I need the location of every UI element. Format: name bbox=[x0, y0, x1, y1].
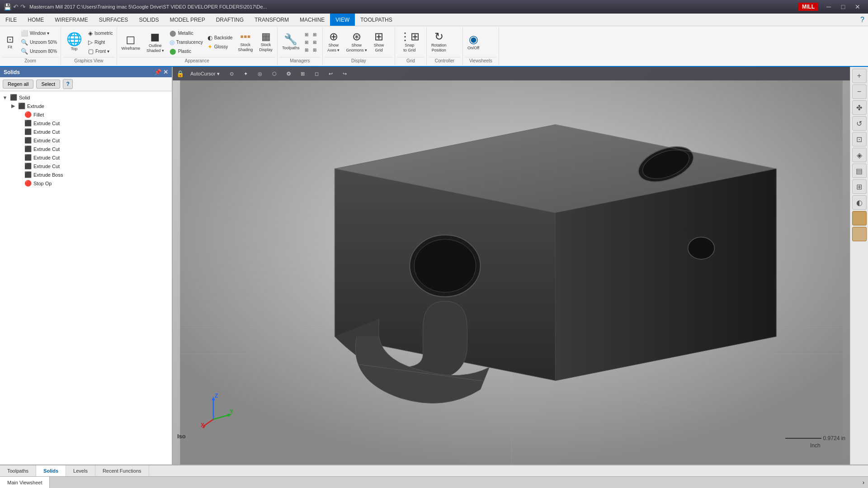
mgr-btn4[interactable]: ⊞ bbox=[311, 39, 318, 46]
tree-item-extrude-cut-2[interactable]: ⬛ Extrude Cut bbox=[0, 127, 172, 136]
unzoom80-button[interactable]: 🔍 Unzoom 80% bbox=[19, 47, 59, 56]
snap-to-grid-button[interactable]: ⋮⊞ Snapto Grid bbox=[397, 30, 422, 54]
unzoom50-button[interactable]: 🔍 Unzoom 50% bbox=[19, 38, 59, 47]
close-button[interactable]: ✕ bbox=[851, 2, 864, 11]
tree-item-extrude-boss[interactable]: ⬛ Extrude Boss bbox=[0, 170, 172, 179]
tree-item-extrude-cut-5[interactable]: ⬛ Extrude Cut bbox=[0, 153, 172, 162]
select-button[interactable]: Select bbox=[36, 80, 60, 89]
top-view-button[interactable]: 🌐 Top bbox=[63, 32, 85, 53]
tab-recent-functions[interactable]: Recent Functions bbox=[95, 465, 149, 476]
color-button[interactable] bbox=[852, 211, 867, 225]
right-view-button[interactable]: ▷ Right bbox=[86, 38, 115, 47]
panel-pin-button[interactable]: 📌 bbox=[154, 69, 161, 75]
tree-item-extrude-cut-4[interactable]: ⬛ Extrude Cut bbox=[0, 145, 172, 153]
tree-item-stop-op[interactable]: 🔴 Stop Op bbox=[0, 179, 172, 188]
stock-shading-button[interactable]: ▪▪▪ StockShading bbox=[235, 30, 255, 54]
isometric-button[interactable]: ◈ Isometric bbox=[86, 29, 115, 38]
tree-item-extrude-cut-1[interactable]: ⬛ Extrude Cut bbox=[0, 119, 172, 127]
viewport[interactable]: 🔒 AutoCursor ▾ ⊙ ✦ ◎ ⬡ ❂ ⊞ ◻ ↩ ↪ bbox=[173, 67, 850, 465]
vp-tool-1[interactable]: ⊙ bbox=[226, 70, 237, 78]
tree-item-extrude[interactable]: ▶ ⬛ Extrude bbox=[0, 102, 172, 110]
save-icon[interactable]: 💾 bbox=[4, 3, 11, 10]
toolpaths-manager-button[interactable]: 🔧 Toolpaths bbox=[279, 33, 302, 52]
wireframe-button[interactable]: ◻ Wireframe bbox=[119, 32, 143, 52]
solids-tree[interactable]: ▼ ⬛ Solid ▶ ⬛ Extrude 🔴 Fillet bbox=[0, 91, 172, 465]
autocursor-dropdown[interactable]: AutoCursor ▾ bbox=[187, 70, 223, 78]
tree-item-extrude-cut-3[interactable]: ⬛ Extrude Cut bbox=[0, 136, 172, 145]
glossy-button[interactable]: ✦ Glossy bbox=[206, 42, 235, 51]
material-button[interactable] bbox=[852, 227, 867, 241]
fit-all-button[interactable]: ⊡ bbox=[852, 132, 867, 146]
menu-surfaces[interactable]: SURFACES bbox=[94, 14, 134, 26]
vp-tool-6[interactable]: ⊞ bbox=[297, 70, 308, 78]
plastic-button[interactable]: ⬤ Plastic bbox=[168, 47, 205, 56]
tab-levels[interactable]: Levels bbox=[66, 465, 95, 476]
mgr-btn5[interactable]: ⊞ bbox=[303, 47, 310, 53]
mgr-btn1[interactable]: ⊞ bbox=[303, 31, 310, 38]
vp-tool-4[interactable]: ⬡ bbox=[269, 70, 280, 78]
vp-tool-2[interactable]: ✦ bbox=[240, 70, 251, 78]
menu-model-prep[interactable]: MODEL PREP bbox=[164, 14, 210, 26]
tree-item-solid[interactable]: ▼ ⬛ Solid bbox=[0, 93, 172, 102]
front-view-button[interactable]: ▢ Front ▾ bbox=[86, 47, 115, 56]
onoff-button[interactable]: ◉ On/Off bbox=[465, 33, 482, 52]
ribbon-group-grid: ⋮⊞ Snapto Grid Grid bbox=[395, 27, 427, 65]
vp-tool-7[interactable]: ◻ bbox=[311, 70, 322, 78]
measure-button[interactable]: ⊞ bbox=[852, 179, 867, 194]
menu-transform[interactable]: TRANSFORM bbox=[249, 14, 294, 26]
window-button[interactable]: ⬜ Window ▾ bbox=[19, 29, 59, 38]
rotate-button[interactable]: ↺ bbox=[852, 116, 867, 131]
tab-solids[interactable]: Solids bbox=[36, 465, 66, 476]
outline-shaded-button[interactable]: ◼ OutlineShaded ▾ bbox=[144, 29, 167, 55]
zoom-in-button[interactable]: + bbox=[852, 69, 867, 83]
menu-solids[interactable]: SOLIDS bbox=[133, 14, 164, 26]
menu-drafting[interactable]: DRAFTING bbox=[211, 14, 249, 26]
vp-tool-3[interactable]: ◎ bbox=[254, 70, 266, 78]
tree-item-fillet[interactable]: 🔴 Fillet bbox=[0, 110, 172, 119]
help-icon[interactable]: ? bbox=[860, 16, 864, 24]
mgr-btn3[interactable]: ⊞ bbox=[303, 39, 310, 46]
zoom-out-button[interactable]: − bbox=[852, 84, 867, 99]
hide-button[interactable]: ◐ bbox=[852, 195, 867, 210]
menu-file[interactable]: FILE bbox=[0, 14, 22, 26]
backside-button[interactable]: ◐ Backside bbox=[206, 33, 235, 42]
vp-tool-5[interactable]: ❂ bbox=[283, 70, 294, 78]
tree-expand-solid[interactable]: ▼ bbox=[2, 95, 8, 100]
lock-icon[interactable]: 🔒 bbox=[176, 70, 184, 77]
translucency-button[interactable]: ◎ Translucency bbox=[168, 38, 205, 47]
pan-button[interactable]: ✤ bbox=[852, 100, 867, 115]
tree-expand-extrude[interactable]: ▶ bbox=[10, 103, 16, 109]
menu-toolpaths[interactable]: TOOLPATHS bbox=[355, 14, 398, 26]
mgr-btn6[interactable]: ⊞ bbox=[311, 47, 318, 53]
fit-button[interactable]: ⊡ Fit bbox=[2, 33, 18, 51]
vp-tool-8[interactable]: ↩ bbox=[325, 70, 336, 78]
redo-icon[interactable]: ↷ bbox=[20, 3, 26, 10]
tree-item-extrude-cut-6[interactable]: ⬛ Extrude Cut bbox=[0, 162, 172, 170]
viewsheet-main[interactable]: Main Viewsheet bbox=[0, 477, 50, 488]
menu-view[interactable]: VIEW bbox=[330, 14, 355, 26]
undo-icon[interactable]: ↶ bbox=[13, 3, 19, 10]
menu-home[interactable]: HOME bbox=[22, 14, 49, 26]
view-cube-button[interactable]: ◈ bbox=[852, 148, 867, 162]
3d-model-area[interactable]: Z Y X Iso 0.9724 in In bbox=[173, 80, 850, 465]
stock-display-button[interactable]: ▦ StockDisplay bbox=[256, 30, 275, 54]
menubar: FILE HOME WIREFRAME SURFACES SOLIDS MODE… bbox=[0, 14, 868, 26]
minimize-button[interactable]: ─ bbox=[822, 2, 835, 11]
svg-line-23 bbox=[203, 419, 213, 426]
menu-machine[interactable]: MACHINE bbox=[294, 14, 330, 26]
panel-close-button[interactable]: ✕ bbox=[163, 69, 168, 75]
viewsheet-expand-button[interactable]: › bbox=[859, 477, 868, 488]
menu-wireframe[interactable]: WIREFRAME bbox=[49, 14, 93, 26]
regen-all-button[interactable]: Regen all bbox=[3, 80, 33, 89]
maximize-button[interactable]: □ bbox=[836, 2, 850, 11]
section-view-button[interactable]: ▤ bbox=[852, 164, 867, 178]
tab-toolpaths[interactable]: Toolpaths bbox=[0, 465, 36, 476]
help-button[interactable]: ? bbox=[63, 79, 73, 89]
show-grid-button[interactable]: ⊞ ShowGrid bbox=[371, 30, 387, 54]
show-axes-button[interactable]: ⊕ ShowAxes ▾ bbox=[325, 30, 343, 54]
metallic-button[interactable]: ⬤ Metallic bbox=[168, 29, 205, 38]
show-gnomons-button[interactable]: ⊛ ShowGnomons ▾ bbox=[343, 30, 370, 54]
rotation-position-button[interactable]: ↻ RotationPosition bbox=[429, 30, 449, 54]
mgr-btn2[interactable]: ⊞ bbox=[311, 31, 318, 38]
vp-tool-9[interactable]: ↪ bbox=[339, 70, 350, 78]
